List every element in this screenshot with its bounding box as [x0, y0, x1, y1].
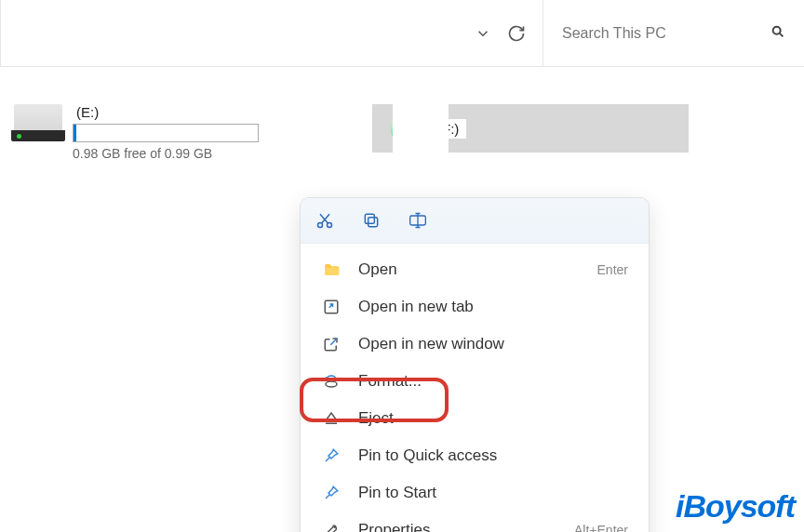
folder-icon: [321, 261, 342, 278]
new-tab-icon: [321, 299, 342, 315]
svg-rect-7: [365, 214, 374, 223]
menu-format[interactable]: Format...: [301, 363, 649, 400]
svg-marker-15: [326, 413, 337, 420]
context-menu: Open Enter Open in new tab Open in new w…: [300, 197, 650, 532]
format-icon: [321, 373, 342, 390]
pin-icon: [321, 485, 342, 501]
menu-pin-quick-access[interactable]: Pin to Quick access: [301, 437, 649, 474]
svg-rect-13: [325, 300, 338, 313]
drive-e-label: (E:): [73, 104, 346, 120]
drives-area: (E:) 0.98 GB free of 0.99 GB (F:): [0, 67, 804, 161]
new-window-icon: [321, 336, 342, 352]
menu-properties[interactable]: Properties Alt+Enter: [301, 512, 649, 532]
svg-point-3: [328, 223, 332, 228]
pin-icon: [321, 447, 342, 464]
svg-point-14: [326, 381, 337, 387]
drive-f[interactable]: (F:): [372, 104, 689, 153]
menu-shortcut: Alt+Enter: [574, 523, 628, 532]
menu-open[interactable]: Open Enter: [301, 251, 649, 288]
drive-e-usage-bar: [73, 124, 259, 142]
menu-label: Format...: [358, 372, 628, 391]
chevron-down-icon[interactable]: [466, 17, 500, 50]
menu-label: Open in new window: [358, 335, 628, 353]
rename-icon[interactable]: [407, 209, 429, 232]
drive-e-free-text: 0.98 GB free of 0.99 GB: [73, 146, 346, 161]
hdd-icon: [11, 104, 65, 141]
menu-open-new-window[interactable]: Open in new window: [301, 326, 649, 363]
context-toolbar: [301, 198, 649, 244]
search-icon: [770, 24, 785, 42]
watermark: iBoysoft: [676, 488, 795, 525]
drive-e[interactable]: (E:) 0.98 GB free of 0.99 GB: [11, 104, 346, 161]
menu-eject[interactable]: Eject: [301, 400, 649, 437]
menu-shortcut: Enter: [597, 262, 628, 277]
wrench-icon: [321, 522, 342, 532]
top-bar: Search This PC: [0, 0, 804, 67]
search-placeholder: Search This PC: [562, 25, 666, 42]
menu-label: Open: [358, 260, 597, 279]
svg-rect-6: [368, 218, 378, 227]
search-box[interactable]: Search This PC: [543, 0, 804, 66]
menu-label: Pin to Quick access: [358, 446, 628, 465]
refresh-icon[interactable]: [500, 17, 533, 50]
svg-point-0: [773, 27, 781, 34]
menu-pin-start[interactable]: Pin to Start: [301, 474, 649, 512]
svg-line-4: [322, 214, 329, 223]
svg-line-1: [780, 33, 784, 37]
eject-icon: [321, 410, 342, 427]
svg-point-17: [334, 525, 336, 527]
menu-label: Pin to Start: [358, 484, 628, 502]
menu-label: Eject: [358, 409, 628, 428]
address-bar[interactable]: [1, 0, 543, 66]
svg-line-5: [320, 214, 328, 223]
svg-point-2: [318, 223, 323, 228]
copy-icon[interactable]: [360, 209, 382, 232]
menu-label: Properties: [358, 521, 574, 532]
menu-open-new-tab[interactable]: Open in new tab: [301, 288, 649, 326]
menu-label: Open in new tab: [358, 298, 628, 316]
cut-icon[interactable]: [314, 209, 336, 232]
svg-rect-12: [325, 268, 339, 275]
